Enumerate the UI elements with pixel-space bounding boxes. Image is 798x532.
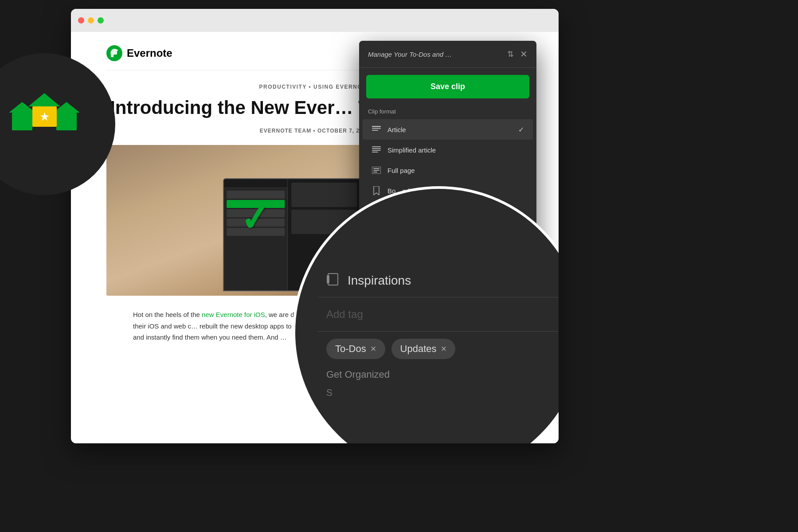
format-label-simplified: Simplified article xyxy=(387,146,524,154)
format-item-article[interactable]: Article ✓ xyxy=(363,119,533,140)
house-center: ★ xyxy=(28,93,60,127)
evernote-logo: Evernote xyxy=(106,45,172,61)
svg-rect-14 xyxy=(328,274,338,285)
zoom-tag-remove-updates[interactable]: × xyxy=(441,343,447,355)
popup-title: Manage Your To-Dos and … xyxy=(368,51,503,58)
traffic-light-green[interactable] xyxy=(98,17,104,23)
traffic-light-yellow[interactable] xyxy=(88,17,94,23)
format-item-fullpage[interactable]: Full page xyxy=(363,160,533,180)
article-format-icon xyxy=(372,125,381,134)
zoom-notebook-name: Inspirations xyxy=(348,274,411,288)
zoom-tag-input[interactable] xyxy=(326,305,552,324)
zoom-tag-label-updates: Updates xyxy=(400,343,437,355)
house-center-star: ★ xyxy=(39,110,50,124)
traffic-light-red[interactable] xyxy=(78,17,84,23)
popup-header-actions: ⇅ ✕ xyxy=(507,49,528,59)
zoom-tag-badge-todos[interactable]: To-Dos × xyxy=(326,339,385,359)
evernote-logo-icon xyxy=(106,45,122,61)
svg-rect-3 xyxy=(372,130,378,131)
evernote-logo-text: Evernote xyxy=(127,47,172,59)
zoom-circle-overlay: Inspirations To-Dos × Updates × xyxy=(293,186,559,443)
sort-icon[interactable]: ⇅ xyxy=(507,49,514,59)
browser-content: 𝕏 f in ✉ Evernote ← BAC PRODUCTIVITY xyxy=(71,32,559,443)
svg-rect-4 xyxy=(372,146,381,147)
svg-rect-10 xyxy=(373,170,379,171)
zoom-tags-row: To-Dos × Updates × xyxy=(317,332,559,366)
simplified-format-icon xyxy=(372,145,381,155)
zoom-partial-bottom: s xyxy=(317,383,559,401)
clip-format-label: Clip format xyxy=(359,106,536,119)
checkmark-icon: ✓ xyxy=(238,197,271,240)
svg-rect-11 xyxy=(373,172,377,172)
svg-rect-15 xyxy=(327,275,329,283)
format-item-simplified[interactable]: Simplified article xyxy=(363,140,533,160)
zoom-tag-label-todos: To-Dos xyxy=(335,343,366,355)
svg-rect-6 xyxy=(372,150,381,151)
article-selected-check: ✓ xyxy=(518,125,524,134)
format-label-fullpage: Full page xyxy=(387,167,524,174)
zoom-org-label: Get Organized xyxy=(317,366,559,383)
svg-rect-7 xyxy=(372,152,378,153)
svg-rect-2 xyxy=(372,128,381,129)
zoom-notebook-row: Inspirations xyxy=(317,265,559,297)
browser-window: 𝕏 f in ✉ Evernote ← BAC PRODUCTIVITY xyxy=(71,9,559,443)
browser-titlebar xyxy=(71,9,559,32)
zoom-tag-badge-updates[interactable]: Updates × xyxy=(391,339,456,359)
save-clip-button[interactable]: Save clip xyxy=(366,75,529,98)
ios-link[interactable]: new Evernote for iOS xyxy=(202,311,265,318)
format-label-article: Article xyxy=(387,126,512,133)
zoom-content: Inspirations To-Dos × Updates × xyxy=(295,189,559,443)
close-icon[interactable]: ✕ xyxy=(520,49,528,59)
svg-rect-5 xyxy=(372,148,381,149)
fullpage-format-icon xyxy=(372,165,381,175)
zoom-tag-remove-todos[interactable]: × xyxy=(371,343,376,355)
svg-rect-9 xyxy=(373,168,379,169)
svg-rect-1 xyxy=(372,126,381,127)
zoom-tag-input-container xyxy=(317,297,559,332)
house-icons-group: ★ xyxy=(9,93,80,155)
popup-header: Manage Your To-Dos and … ⇅ ✕ xyxy=(359,41,536,68)
zoom-notebook-icon xyxy=(326,273,340,289)
